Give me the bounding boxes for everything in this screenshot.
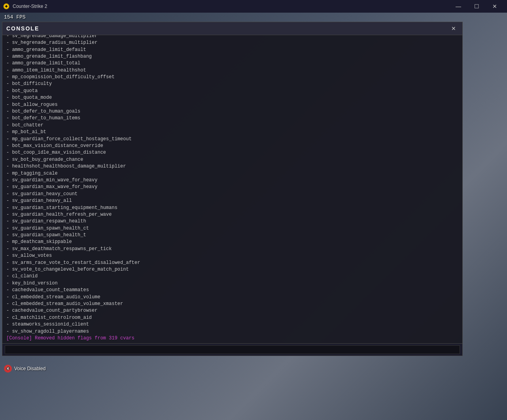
console-line: - mp_deathcam_skippable [2,239,462,245]
console-line: - sv_guardian_starting_equipment_humans [2,205,462,211]
console-line: - bot_quota_mode [2,94,462,101]
console-line: - sv_arms_race_vote_to_restart_disallowe… [2,260,462,266]
console-line: - sv_guardian_heavy_count [2,191,462,198]
console-window: CONSOLE ✕ - mp_technical_timeout_duratio… [2,22,463,356]
console-line: - cl_embedded_stream_audio_volume [2,294,462,301]
console-line: - bot_defer_to_human_items [2,115,462,122]
console-line: - cl_matchlist_controlroom_aid [2,315,462,321]
console-header: CONSOLE ✕ [2,22,462,35]
maximize-button[interactable]: ☐ [467,0,486,13]
console-line: - sv_show_ragdoll_playernames [2,328,462,335]
voice-disabled-icon: 🔇 [4,365,12,373]
console-line: - cl_clanid [2,273,462,280]
app-icon [3,3,9,9]
console-line: - bot_allow_rogues [2,102,462,108]
console-line: - sv_hegrenade_radius_multiplier [2,40,462,46]
console-line: - mp_tagging_scale [2,170,462,177]
titlebar-controls: — ☐ ✕ [449,0,504,13]
console-line: - bot_max_vision_distance_override [2,143,462,149]
console-line: - ammo_grenade_limit_flashbang [2,53,462,60]
voice-disabled-text: Voice Disabled [14,366,45,371]
console-line: - mp_coopmission_bot_difficulty_offset [2,74,462,81]
console-line: - key_bind_version [2,280,462,287]
console-line: - mp_guardian_force_collect_hostages_tim… [2,136,462,143]
console-title: CONSOLE [6,25,39,32]
console-line: - cachedvalue_count_partybrowser [2,307,462,314]
console-content[interactable]: - mp_technical_timeout_duration_s - mp_w… [2,35,462,343]
console-line: - ammo_grenade_limit_default [2,47,462,53]
titlebar-title: Counter-Strike 2 [13,4,47,9]
console-line: - sv_guardian_health_refresh_per_wave [2,211,462,218]
console-line: - sv_guardian_respawn_health [2,218,462,225]
console-line: - sv_guardian_heavy_all [2,198,462,204]
console-line: - sv_guardian_spawn_health_ct [2,225,462,232]
console-input[interactable] [5,345,460,354]
console-line: - sv_allow_votes [2,252,462,259]
console-line: - sv_bot_buy_grenade_chance [2,156,462,163]
console-line: - sv_vote_to_changelevel_before_match_po… [2,266,462,273]
console-input-area [2,343,462,356]
console-line: - steamworks_sessionid_client [2,321,462,328]
console-line: - bot_chatter [2,122,462,129]
console-line: - sv_guardian_max_wave_for_heavy [2,184,462,190]
console-close-button[interactable]: ✕ [449,24,458,32]
console-line: - ammo_grenade_limit_total [2,60,462,67]
console-line: - sv_guardian_min_wave_for_heavy [2,177,462,184]
console-line: - mp_bot_ai_bt [2,129,462,136]
console-line: - bot_quota [2,88,462,94]
console-line: - cachedvalue_count_teammates [2,287,462,294]
console-status-message: [Console] Removed hidden flags from 319 … [2,335,462,342]
console-line: - sv_guardian_spawn_health_t [2,232,462,239]
close-button[interactable]: ✕ [486,0,504,13]
console-line: - ammo_item_limit_healthshot [2,67,462,74]
console-line: - bot_defer_to_human_goals [2,108,462,115]
console-line: - bot_coop_idle_max_vision_distance [2,149,462,156]
console-line: - cl_embedded_stream_audio_volume_xmaste… [2,301,462,307]
console-line: - healthshot_healthboost_damage_multipli… [2,163,462,170]
fps-counter: 154 FPS [4,14,26,20]
console-line: - sv_hegrenade_damage_multiplier [2,35,462,40]
titlebar-left: Counter-Strike 2 [3,3,47,9]
titlebar: Counter-Strike 2 — ☐ ✕ [0,0,507,13]
console-line: - bot_difficulty [2,81,462,87]
console-line: - sv_max_deathmatch_respawns_per_tick [2,246,462,252]
voice-notification: 🔇 Voice Disabled [4,365,45,373]
minimize-button[interactable]: — [449,0,467,13]
